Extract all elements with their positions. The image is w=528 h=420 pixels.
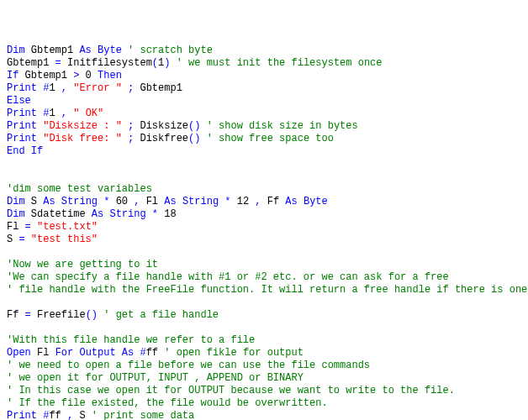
code-token: 'With this file handle we refer to a fil…: [7, 334, 255, 346]
code-token: ' If the file existed, the file would be…: [7, 397, 328, 409]
code-line: 'We can specify a file handle with #1 or…: [7, 271, 521, 284]
code-token: =: [25, 221, 31, 233]
code-token: As: [92, 208, 103, 220]
code-line: Ff = Freefile() ' get a file handle: [7, 309, 521, 322]
code-token: (: [152, 57, 158, 69]
code-token: Print: [7, 82, 37, 94]
code-line: ' If the file existed, the file would be…: [7, 397, 521, 410]
code-token: ' open fikle for output: [164, 347, 304, 359]
code-token: ' print some data: [92, 410, 194, 420]
code-token: "test.txt": [37, 221, 98, 233]
code-token: [177, 196, 182, 207]
code-token: ' we open it for OUTPUT, INPUT , APPEND …: [7, 372, 304, 384]
code-token: Dim: [7, 208, 25, 220]
code-token: As: [43, 196, 55, 207]
code-token: [170, 57, 176, 69]
code-token: For: [55, 347, 74, 359]
code-line: 'With this file handle we refer to a fil…: [7, 334, 521, 347]
code-line: ' we open it for OUTPUT, INPUT , APPEND …: [7, 372, 521, 385]
code-token: [200, 133, 206, 144]
code-token: ' In this case we open it for OUTPUT bec…: [7, 385, 455, 396]
code-line: [7, 246, 521, 259]
code-token: If: [7, 70, 18, 81]
code-token: 1: [49, 82, 61, 94]
code-token: ' scratch byte: [128, 45, 213, 56]
code-token: Gbtemp1: [25, 45, 80, 56]
code-line: Dim S As String * 60 , Fl As String * 12…: [7, 196, 521, 208]
code-token: *: [152, 208, 158, 220]
code-line: Print #ff , S ' print some data: [7, 410, 521, 420]
code-token: ff: [49, 410, 67, 420]
code-token: (): [188, 120, 200, 132]
code-token: 'We can specify a file handle with #1 or…: [7, 271, 449, 283]
code-token: Freefile: [31, 309, 86, 321]
code-line: ' file handle with the FreeFile function…: [7, 284, 521, 297]
code-token: Ff: [261, 196, 286, 207]
code-token: ,: [255, 196, 261, 207]
code-token: " OK": [73, 108, 103, 119]
code-token: [92, 45, 98, 56]
code-line: Dim Gbtemp1 As Byte ' scratch byte: [7, 45, 521, 57]
code-line: Print "Disk free: " ; Diskfree() ' show …: [7, 133, 521, 145]
code-token: (): [188, 133, 200, 144]
code-line: Print "Disksize : " ; Disksize() ' show …: [7, 120, 521, 133]
code-token: String: [109, 208, 145, 220]
code-line: [7, 297, 521, 309]
code-token: Initfilesystem: [61, 57, 152, 69]
code-line: 'dim some test variables: [7, 183, 521, 196]
code-token: S: [73, 410, 92, 420]
code-token: [25, 234, 31, 245]
code-token: Byte: [304, 196, 328, 207]
code-line: Print #1 , "Error " ; Gbtemp1: [7, 82, 521, 95]
code-token: 0: [79, 70, 98, 81]
code-token: ' file handle with the FreeFile function…: [7, 284, 528, 296]
code-token: Print: [7, 108, 37, 119]
code-token: 18: [158, 208, 177, 220]
code-token: If: [31, 145, 43, 157]
code-token: =: [55, 57, 61, 69]
code-token: (): [86, 309, 98, 321]
code-token: =: [25, 309, 31, 321]
code-line: Print #1 , " OK": [7, 108, 521, 120]
code-token: [25, 145, 31, 157]
code-token: As: [79, 45, 91, 56]
code-token: ,: [61, 108, 67, 119]
code-token: Gbtemp1: [18, 70, 73, 81]
code-line: [7, 158, 521, 171]
code-token: *: [224, 196, 230, 207]
code-token: String: [182, 196, 219, 207]
code-token: Output: [79, 347, 115, 359]
code-token: Disksize: [134, 120, 188, 132]
code-token: S: [7, 234, 18, 245]
code-token: As: [285, 196, 297, 207]
code-token: Print: [7, 120, 37, 132]
code-token: "Disksize : ": [43, 120, 122, 132]
code-token: ' show free space too: [207, 133, 334, 144]
code-line: Fl = "test.txt": [7, 221, 521, 234]
code-token: "Disk free: ": [43, 133, 122, 144]
code-token: String: [61, 196, 98, 207]
code-line: S = "test this": [7, 234, 521, 246]
code-token: [200, 120, 206, 132]
code-token: [122, 120, 128, 132]
code-line: 'Now we are getting to it: [7, 259, 521, 271]
code-line: If Gbtemp1 > 0 Then: [7, 70, 521, 82]
code-token: Gbtemp1: [7, 57, 55, 69]
code-line: ' we need to open a file before we can u…: [7, 360, 521, 372]
code-token: Fl: [7, 221, 25, 233]
code-token: [122, 82, 128, 94]
code-block: Dim Gbtemp1 As Byte ' scratch byteGbtemp…: [7, 45, 521, 420]
code-token: ' we must init the filesystem once: [177, 57, 383, 69]
code-token: 'Now we are getting to it: [7, 259, 158, 270]
code-line: Gbtemp1 = Initfilesystem(1) ' we must in…: [7, 57, 521, 70]
code-token: Byte: [98, 45, 122, 56]
code-token: 60: [109, 196, 134, 207]
code-token: Dim: [7, 45, 25, 56]
code-token: ' get a file handle: [103, 309, 219, 321]
code-token: ,: [61, 82, 67, 94]
code-token: =: [18, 234, 24, 245]
code-token: Print: [7, 410, 37, 420]
code-token: Dim: [7, 196, 25, 207]
code-token: Gbtemp1: [134, 82, 182, 94]
code-token: As: [122, 347, 134, 359]
